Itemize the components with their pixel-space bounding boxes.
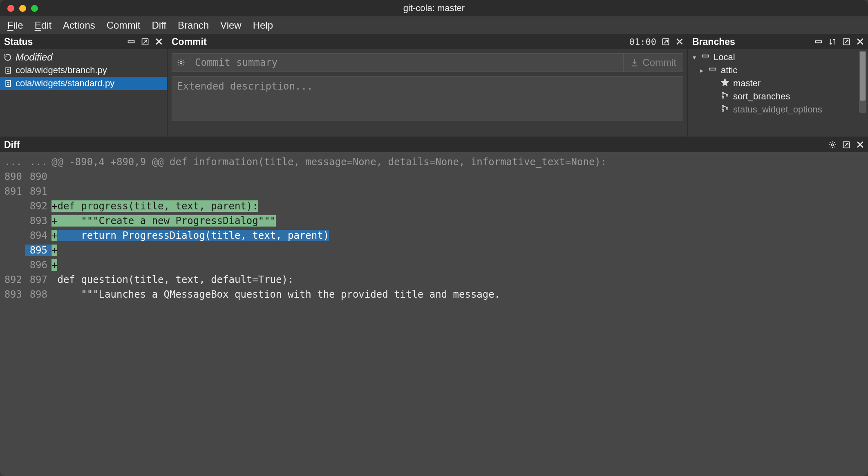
window-maximize-button[interactable] <box>31 5 38 12</box>
status-close-icon[interactable]: ✕ <box>154 37 163 46</box>
commit-button-label: Commit <box>642 57 676 68</box>
status-dock-icon[interactable] <box>127 37 136 46</box>
branches-dock-icon[interactable] <box>814 37 823 46</box>
svg-point-11 <box>722 97 724 98</box>
commit-description-input[interactable] <box>172 76 683 121</box>
commit-summary-row: Commit <box>172 53 683 72</box>
commit-button[interactable]: Commit <box>624 53 683 72</box>
diff-gutter-new: ... <box>25 156 51 168</box>
commit-panel-header: Commit 01:00 ✕ <box>168 34 687 49</box>
diff-gutter-new: 891 <box>25 186 51 197</box>
branch-icon <box>721 91 729 102</box>
titlebar: git-cola: master <box>0 0 868 16</box>
diff-body[interactable]: ... ... @@ -890,4 +890,9 @@ def informat… <box>0 152 868 476</box>
status-file-path: cola/widgets/branch.py <box>16 65 107 76</box>
branch-item[interactable]: sort_branches <box>688 90 868 103</box>
diff-gutter-new: 894 <box>25 230 51 241</box>
branches-local-node[interactable]: ▾ Local <box>688 51 868 64</box>
svg-point-14 <box>722 110 724 111</box>
branch-item[interactable]: ▸ attic <box>688 64 868 77</box>
svg-rect-0 <box>128 41 134 43</box>
menu-actions[interactable]: Actions <box>63 20 95 31</box>
diff-code: @@ -890,4 +890,9 @@ def information(titl… <box>51 156 868 168</box>
branch-expander[interactable]: ▸ <box>699 67 705 74</box>
branch-item[interactable]: master <box>688 77 868 90</box>
commit-body: Commit <box>168 49 687 125</box>
commit-panel: Commit 01:00 ✕ Commit <box>168 34 688 137</box>
window-minimize-button[interactable] <box>19 5 26 12</box>
diff-line[interactable]: 894 + return ProgressDialog(title, text,… <box>0 228 868 243</box>
svg-point-16 <box>832 144 834 146</box>
commit-options-button[interactable] <box>172 53 190 72</box>
menu-diff[interactable]: Diff <box>152 20 166 31</box>
diff-close-icon[interactable]: ✕ <box>856 140 865 149</box>
menu-branch[interactable]: Branch <box>178 20 209 31</box>
diff-panel-title: Diff <box>3 139 20 150</box>
branches-scrollbar-thumb[interactable] <box>860 52 866 101</box>
menu-view[interactable]: View <box>220 20 242 31</box>
diff-line[interactable]: 893 + """Create a new ProgressDialog""" <box>0 213 868 228</box>
branch-name: status_widget_options <box>733 104 822 115</box>
commit-close-icon[interactable]: ✕ <box>675 37 684 46</box>
branches-local-expander[interactable]: ▾ <box>691 54 697 61</box>
diff-gutter-new: 898 <box>25 289 51 300</box>
status-file[interactable]: cola/widgets/branch.py <box>0 64 167 77</box>
branch-item[interactable]: status_widget_options <box>688 103 868 116</box>
diff-popout-icon[interactable] <box>842 140 851 149</box>
status-panel: Status ✕ Modified cola/widgets/branch.py… <box>0 34 168 137</box>
branches-scrollbar[interactable] <box>859 51 866 113</box>
window-close-button[interactable] <box>7 5 14 12</box>
branches-panel-title: Branches <box>691 36 735 47</box>
diff-line[interactable]: ... ... @@ -890,4 +890,9 @@ def informat… <box>0 155 868 169</box>
branches-close-icon[interactable]: ✕ <box>856 37 865 46</box>
branches-sort-icon[interactable] <box>828 37 837 46</box>
diff-line[interactable]: 890 890 <box>0 169 868 184</box>
svg-rect-9 <box>710 68 716 70</box>
folder-icon <box>709 65 717 76</box>
menu-commit[interactable]: Commit <box>107 20 141 31</box>
diff-gutter-new: 895 <box>25 245 51 256</box>
status-modified-label: Modified <box>16 52 53 63</box>
app-window: git-cola: master File Edit Actions Commi… <box>0 0 868 476</box>
status-file[interactable]: cola/widgets/standard.py <box>0 77 167 90</box>
diff-gutter-new: 892 <box>25 200 51 212</box>
diff-line[interactable]: 895 + <box>0 243 868 258</box>
status-modified-group[interactable]: Modified <box>0 51 167 64</box>
diff-code: def question(title, text, default=True): <box>51 274 868 285</box>
diff-gutter-old: 892 <box>0 274 25 285</box>
traffic-lights <box>0 5 38 12</box>
commit-timer: 01:00 <box>629 37 656 47</box>
diff-line[interactable]: 891 891 <box>0 184 868 199</box>
svg-rect-6 <box>816 41 822 43</box>
diff-line[interactable]: 892 897 def question(title, text, defaul… <box>0 272 868 287</box>
svg-rect-8 <box>702 55 709 57</box>
menubar: File Edit Actions Commit Diff Branch Vie… <box>0 16 868 34</box>
branch-name: attic <box>721 65 737 76</box>
svg-point-5 <box>180 62 182 64</box>
branch-name: sort_branches <box>733 91 790 102</box>
branches-panel-header: Branches ✕ <box>688 34 868 49</box>
diff-gutter-new: 890 <box>25 171 51 182</box>
top-row: Status ✕ Modified cola/widgets/branch.py… <box>0 34 868 137</box>
status-popout-icon[interactable] <box>141 37 150 46</box>
menu-edit[interactable]: Edit <box>35 20 51 31</box>
branches-panel: Branches ✕ ▾ Local ▸ attic master sort_b… <box>688 34 868 137</box>
status-body: Modified cola/widgets/branch.py cola/wid… <box>0 49 167 92</box>
diff-line[interactable]: 893 898 """Launches a QMessageBox questi… <box>0 287 868 302</box>
menu-file[interactable]: File <box>7 20 23 31</box>
diff-code: + return ProgressDialog(title, text, par… <box>51 230 868 241</box>
branches-local-label: Local <box>714 52 735 63</box>
commit-popout-icon[interactable] <box>661 37 670 46</box>
branches-popout-icon[interactable] <box>842 37 851 46</box>
diff-code: +def progress(title, text, parent): <box>51 200 868 212</box>
diff-settings-icon[interactable] <box>828 140 837 149</box>
diff-line[interactable]: 892 +def progress(title, text, parent): <box>0 199 868 213</box>
menu-help[interactable]: Help <box>253 20 273 31</box>
diff-line[interactable]: 896 + <box>0 258 868 272</box>
branch-name: master <box>733 78 761 89</box>
commit-summary-input[interactable] <box>190 53 624 72</box>
status-panel-header: Status ✕ <box>0 34 167 49</box>
diff-code: + """Create a new ProgressDialog""" <box>51 215 868 227</box>
diff-gutter-old: 893 <box>0 289 25 300</box>
status-file-path: cola/widgets/standard.py <box>16 78 114 89</box>
